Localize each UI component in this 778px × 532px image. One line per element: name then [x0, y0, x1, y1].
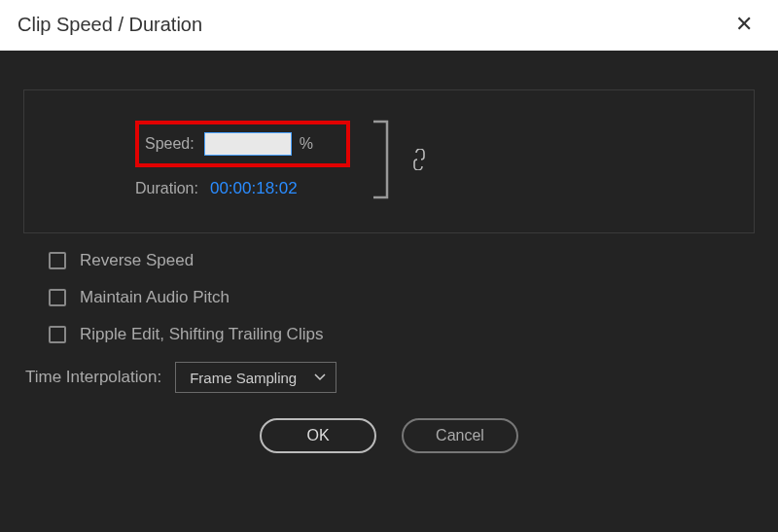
speed-label: Speed: — [145, 135, 194, 153]
options-group: Reverse Speed Maintain Audio Pitch Rippl… — [49, 251, 755, 344]
time-interpolation-row: Time Interpolation: Frame Sampling — [25, 362, 755, 393]
cancel-button-label: Cancel — [436, 427, 484, 444]
close-icon[interactable]: ✕ — [727, 8, 760, 41]
speed-duration-panel: Speed: % Duration: 00:00:18:02 — [23, 89, 755, 233]
duration-value[interactable]: 00:00:18:02 — [210, 179, 298, 198]
time-interpolation-selected: Frame Sampling — [190, 370, 297, 386]
ripple-edit-label: Ripple Edit, Shifting Trailing Clips — [80, 325, 323, 344]
ok-button-label: OK — [306, 427, 329, 444]
link-bracket-group — [370, 116, 428, 203]
checkbox-box-icon — [49, 252, 66, 269]
speed-unit: % — [300, 135, 313, 153]
cancel-button[interactable]: Cancel — [402, 418, 518, 453]
dialog-buttons: OK Cancel — [23, 418, 755, 453]
dialog-title: Clip Speed / Duration — [18, 14, 202, 36]
ok-button[interactable]: OK — [260, 418, 376, 453]
reverse-speed-checkbox[interactable]: Reverse Speed — [49, 251, 755, 270]
link-toggle-icon[interactable] — [410, 149, 428, 170]
maintain-pitch-label: Maintain Audio Pitch — [80, 288, 230, 307]
time-interpolation-label: Time Interpolation: — [25, 368, 161, 387]
duration-label: Duration: — [135, 180, 198, 197]
bracket-icon — [370, 116, 397, 203]
checkbox-box-icon — [49, 326, 66, 343]
speed-input[interactable] — [204, 132, 292, 156]
title-bar: Clip Speed / Duration ✕ — [0, 0, 778, 51]
time-interpolation-select[interactable]: Frame Sampling — [175, 362, 336, 393]
ripple-edit-checkbox[interactable]: Ripple Edit, Shifting Trailing Clips — [49, 325, 755, 344]
dialog-body: Speed: % Duration: 00:00:18:02 — [0, 51, 778, 532]
maintain-pitch-checkbox[interactable]: Maintain Audio Pitch — [49, 288, 755, 307]
chevron-down-icon — [314, 373, 326, 381]
duration-row: Duration: 00:00:18:02 — [135, 179, 350, 198]
checkbox-box-icon — [49, 289, 66, 306]
reverse-speed-label: Reverse Speed — [80, 251, 194, 270]
speed-row-highlight: Speed: % — [135, 121, 350, 167]
